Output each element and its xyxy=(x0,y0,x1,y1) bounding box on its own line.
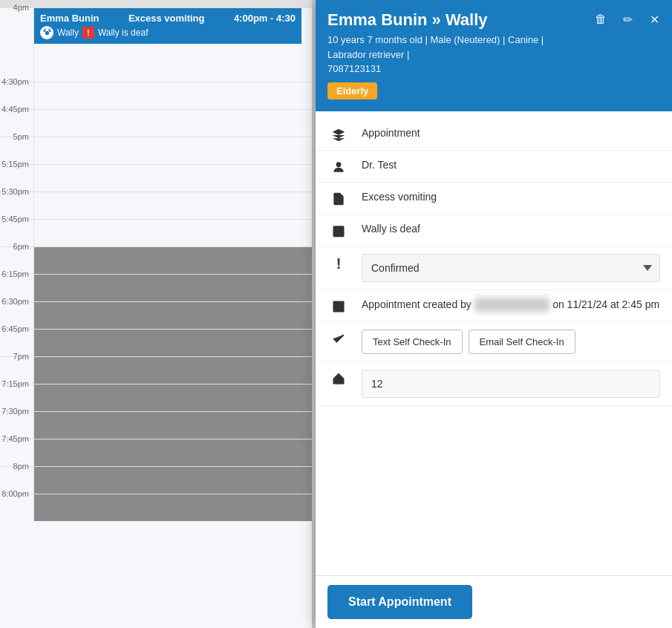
created-by-blurred: ●●●●●●●●●●●● xyxy=(474,298,549,313)
detail-row-checkin: Text Self Check-In Email Self Check-In xyxy=(316,322,672,362)
svg-point-3 xyxy=(44,28,45,30)
text-checkin-button[interactable]: Text Self Check-In xyxy=(362,330,463,354)
time-label-730: 7:30pm xyxy=(0,407,33,416)
time-label-545: 5:45pm xyxy=(0,215,33,223)
svg-point-4 xyxy=(48,28,50,30)
close-button[interactable]: ✕ xyxy=(644,9,665,30)
slot-545 xyxy=(33,220,312,246)
appt-card-title: Emma Bunin Excess vomiting 4:00pm - 4:30 xyxy=(40,13,296,24)
svg-rect-10 xyxy=(333,301,345,312)
status-select[interactable]: Unconfirmed Confirmed Arrived In Progres… xyxy=(362,254,660,282)
detail-row-type: Appointment xyxy=(316,119,672,151)
svg-point-2 xyxy=(48,30,50,32)
email-checkin-button[interactable]: Email Self Check-In xyxy=(469,330,575,354)
svg-point-0 xyxy=(45,30,48,34)
time-slot-630: 6:30pm xyxy=(0,301,312,329)
slot-645 xyxy=(33,330,312,356)
room-container xyxy=(362,370,660,398)
warning-icon: ! xyxy=(82,27,94,39)
calendar-appointment-card[interactable]: Emma Bunin Excess vomiting 4:00pm - 4:30… xyxy=(34,8,301,44)
svg-point-1 xyxy=(43,30,45,32)
time-slot-800: 8:00pm xyxy=(0,494,312,521)
time-slot-730: 7:30pm xyxy=(0,411,312,439)
elderly-badge: Elderly xyxy=(327,82,377,99)
slot-745 xyxy=(33,439,312,466)
svg-point-5 xyxy=(336,162,342,167)
appointment-detail-panel: 🗑 ✏ ✕ Emma Bunin » Wally 10 years 7 mont… xyxy=(316,0,672,628)
panel-body: Appointment Dr. Test Excess vomiting Wal… xyxy=(316,111,672,576)
calendar-icon xyxy=(327,223,350,238)
document-icon xyxy=(327,192,350,206)
time-label-8pm: 8pm xyxy=(0,462,33,471)
time-slot-515: 5:15pm xyxy=(0,164,312,192)
time-label-745: 7:45pm xyxy=(0,434,33,443)
time-label-715: 7:15pm xyxy=(0,379,33,388)
detail-row-status: ! Unconfirmed Confirmed Arrived In Progr… xyxy=(316,246,672,290)
time-label-530: 5:30pm xyxy=(0,187,33,196)
room-input[interactable] xyxy=(362,370,660,398)
panel-footer: Start Appointment xyxy=(316,575,672,628)
time-label-430: 4:30pm xyxy=(0,77,33,86)
checkin-btn-group: Text Self Check-In Email Self Check-In xyxy=(362,330,660,354)
exclamation-icon: ! xyxy=(327,255,350,272)
appt-time: 4:00pm - 4:30 xyxy=(234,13,296,24)
time-label-645: 6:45pm xyxy=(0,324,33,333)
detail-row-created: Appointment created by ●●●●●●●●●●●● on 1… xyxy=(316,290,672,322)
appointment-note: Wally is deaf xyxy=(362,222,660,237)
time-slot-445: 4:45pm xyxy=(0,109,312,137)
appt-card-sub: Wally ! Wally is deaf xyxy=(40,26,296,39)
person-icon xyxy=(327,160,350,174)
patient-phone: 7087123131 xyxy=(327,62,660,76)
start-appointment-button[interactable]: Start Appointment xyxy=(327,585,472,619)
appointment-type: Appointment xyxy=(362,126,660,141)
home-icon xyxy=(327,371,350,386)
panel-header: 🗑 ✏ ✕ Emma Bunin » Wally 10 years 7 mont… xyxy=(316,0,672,111)
time-label-6pm: 6pm xyxy=(0,242,33,251)
slot-615 xyxy=(33,275,312,301)
time-label-5pm: 5pm xyxy=(0,132,33,141)
patient-age-info: 10 years 7 months old | Male (Neutered) … xyxy=(327,33,660,48)
svg-rect-6 xyxy=(333,226,345,237)
patient-breed: Labrador retriever | xyxy=(327,48,660,62)
time-slot-715: 7:15pm xyxy=(0,384,312,411)
detail-row-note: Wally is deaf xyxy=(316,215,672,246)
appt-pet-name: Wally xyxy=(57,27,79,38)
time-label-630: 6:30pm xyxy=(0,297,33,306)
status-container: Unconfirmed Confirmed Arrived In Progres… xyxy=(362,254,660,282)
delete-button[interactable]: 🗑 xyxy=(590,9,611,30)
time-label-800: 8:00pm xyxy=(0,489,33,498)
edit-button[interactable]: ✏ xyxy=(617,9,638,30)
time-slot-7pm: 7pm xyxy=(0,356,312,384)
time-slot-430: 4:30pm xyxy=(0,82,312,109)
detail-row-doctor: Dr. Test xyxy=(316,151,672,183)
detail-row-room xyxy=(316,362,672,406)
appt-note: Wally is deaf xyxy=(98,27,149,38)
slot-530 xyxy=(33,192,312,219)
paw-icon xyxy=(40,26,53,39)
time-label-515: 5:15pm xyxy=(0,160,33,169)
slot-630 xyxy=(33,302,312,329)
time-slot-6pm: 6pm xyxy=(0,246,312,274)
time-label-615: 6:15pm xyxy=(0,269,33,278)
calendar-background: 4pm Emma Bunin Excess vomiting 4:00pm - … xyxy=(0,0,312,628)
slot-5pm xyxy=(33,137,312,164)
time-slot-745: 7:45pm xyxy=(0,439,312,466)
time-slot-530: 5:30pm xyxy=(0,192,312,219)
time-slot-545: 5:45pm xyxy=(0,219,312,246)
time-label-7pm: 7pm xyxy=(0,352,33,361)
appt-reason: Excess vomiting xyxy=(128,13,205,24)
checkmark-icon xyxy=(327,331,350,346)
created-date: on 11/21/24 at 2:45 pm xyxy=(552,298,659,310)
time-block-4pm: 4pm Emma Bunin Excess vomiting 4:00pm - … xyxy=(0,7,312,82)
time-label-4pm: 4pm xyxy=(0,3,33,12)
slot-515 xyxy=(33,165,312,192)
slot-800 xyxy=(33,494,312,521)
layers-icon xyxy=(327,128,350,143)
detail-row-reason: Excess vomiting xyxy=(316,183,672,215)
slot-8pm xyxy=(33,467,312,494)
slot-730 xyxy=(33,412,312,439)
slot-430 xyxy=(33,82,312,109)
created-info: Appointment created by ●●●●●●●●●●●● on 1… xyxy=(362,298,660,313)
created-by-text: Appointment created by xyxy=(362,298,472,310)
list-icon xyxy=(327,299,350,314)
